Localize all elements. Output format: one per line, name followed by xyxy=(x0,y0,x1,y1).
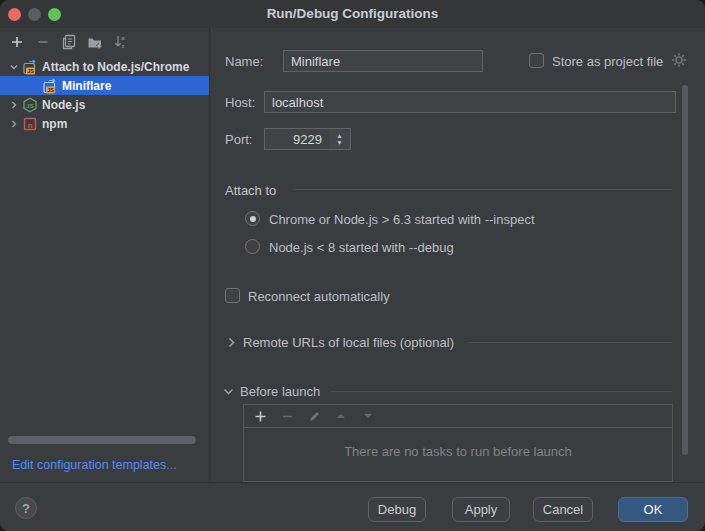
nodejs-icon: JS xyxy=(22,97,38,113)
separator xyxy=(468,342,672,343)
apply-button[interactable]: Apply xyxy=(452,497,510,522)
edit-task-icon[interactable] xyxy=(307,409,321,423)
tree-item-attach-group[interactable]: JS Attach to Node.js/Chrome xyxy=(0,57,209,76)
svg-text:JS: JS xyxy=(27,68,34,74)
npm-icon: n xyxy=(22,116,38,132)
ok-button[interactable]: OK xyxy=(618,497,688,522)
chevron-right-icon[interactable] xyxy=(226,337,237,348)
separator xyxy=(293,189,672,190)
run-debug-configurations-dialog: Run/Debug Configurations az xyxy=(0,0,705,531)
dialog-title: Run/Debug Configurations xyxy=(0,0,705,28)
sidebar-horizontal-scrollbar[interactable] xyxy=(8,436,196,444)
move-up-icon[interactable] xyxy=(334,409,348,423)
radio-node-debug[interactable] xyxy=(245,239,260,254)
spinner-up-icon[interactable]: ▲ xyxy=(336,132,342,139)
configurations-tree: JS Attach to Node.js/Chrome JS Miniflare… xyxy=(0,57,209,133)
remove-task-icon[interactable] xyxy=(280,409,294,423)
svg-text:JS: JS xyxy=(26,102,33,108)
store-as-project-file-label: Store as project file xyxy=(552,54,663,69)
configurations-sidebar: az JS Attach to Node.js/Chrome JS Minifl… xyxy=(0,28,210,482)
attach-config-icon: JS xyxy=(42,78,58,94)
host-input[interactable] xyxy=(264,91,676,113)
tree-item-miniflare[interactable]: JS Miniflare xyxy=(0,76,209,95)
name-label: Name: xyxy=(225,54,263,69)
cancel-button[interactable]: Cancel xyxy=(533,497,593,522)
radio-chrome-inspect-label: Chrome or Node.js > 6.3 started with --i… xyxy=(269,212,535,227)
chevron-right-icon[interactable] xyxy=(6,119,22,129)
dialog-footer: ? Debug Apply Cancel OK xyxy=(0,482,705,531)
new-folder-icon[interactable] xyxy=(87,34,103,50)
svg-text:n: n xyxy=(28,120,33,129)
radio-node-debug-label: Node.js < 8 started with --debug xyxy=(269,240,454,255)
chevron-right-icon[interactable] xyxy=(6,100,22,110)
remove-configuration-icon[interactable] xyxy=(35,34,51,50)
tree-item-label: Node.js xyxy=(42,98,85,112)
chevron-down-icon[interactable] xyxy=(6,62,22,72)
sidebar-toolbar: az xyxy=(0,28,209,55)
debug-button[interactable]: Debug xyxy=(368,497,426,522)
svg-text:JS: JS xyxy=(47,87,54,93)
vertical-scrollbar[interactable] xyxy=(682,85,688,455)
attach-config-icon: JS xyxy=(22,59,38,75)
attach-to-group-label: Attach to xyxy=(225,183,276,198)
tree-item-nodejs[interactable]: JS Node.js xyxy=(0,95,209,114)
port-stepper[interactable]: ▲ ▼ xyxy=(329,128,351,150)
tree-item-label: Attach to Node.js/Chrome xyxy=(42,60,189,74)
spinner-down-icon[interactable]: ▼ xyxy=(336,139,342,146)
tree-item-label: Miniflare xyxy=(62,79,111,93)
before-launch-panel: There are no tasks to run before launch xyxy=(243,404,673,482)
tree-item-label: npm xyxy=(42,117,67,131)
reconnect-automatically-label: Reconnect automatically xyxy=(248,289,390,304)
name-input[interactable] xyxy=(283,50,483,72)
sort-alphabetically-icon[interactable]: az xyxy=(113,34,129,50)
add-task-icon[interactable] xyxy=(253,409,267,423)
remote-urls-section-label[interactable]: Remote URLs of local files (optional) xyxy=(243,335,454,350)
svg-text:z: z xyxy=(122,42,125,48)
separator xyxy=(330,391,672,392)
question-mark-icon: ? xyxy=(22,501,30,516)
help-button[interactable]: ? xyxy=(15,497,37,519)
tree-item-npm[interactable]: n npm xyxy=(0,114,209,133)
add-configuration-icon[interactable] xyxy=(9,34,25,50)
before-launch-empty-text: There are no tasks to run before launch xyxy=(244,444,672,459)
edit-configuration-templates-link[interactable]: Edit configuration templates... xyxy=(12,458,177,472)
reconnect-automatically-checkbox[interactable] xyxy=(225,288,240,303)
gear-icon[interactable] xyxy=(671,52,687,68)
store-as-project-file-checkbox[interactable] xyxy=(529,53,544,68)
before-launch-section-label[interactable]: Before launch xyxy=(240,384,320,399)
host-label: Host: xyxy=(225,95,255,110)
port-input[interactable] xyxy=(264,128,330,150)
radio-chrome-inspect[interactable] xyxy=(245,211,260,226)
move-down-icon[interactable] xyxy=(361,409,375,423)
title-bar: Run/Debug Configurations xyxy=(0,0,705,28)
copy-configuration-icon[interactable] xyxy=(61,34,77,50)
port-label: Port: xyxy=(225,132,252,147)
before-launch-toolbar xyxy=(244,405,672,428)
svg-text:a: a xyxy=(121,35,125,41)
chevron-down-icon[interactable] xyxy=(223,386,234,397)
